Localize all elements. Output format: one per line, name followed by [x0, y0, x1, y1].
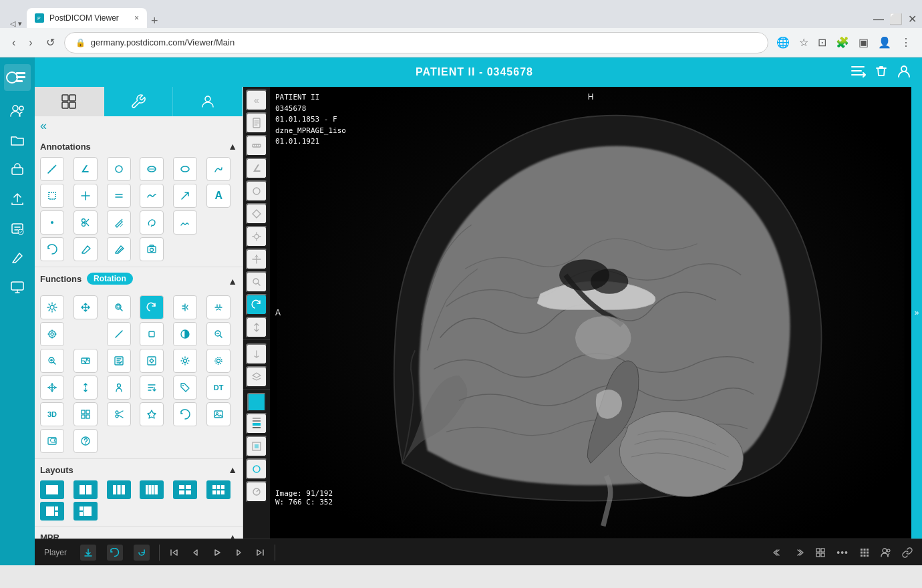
func-flip-h[interactable] [206, 295, 230, 319]
func-dt[interactable]: DT [206, 376, 230, 400]
tool-equals[interactable] [107, 184, 131, 208]
func-select[interactable] [140, 322, 164, 346]
vtb-rotate[interactable] [246, 294, 267, 315]
sidebar-icon-tools[interactable] [4, 156, 31, 183]
tool-pencil-cross[interactable] [107, 210, 131, 235]
vtb-circle[interactable] [246, 180, 267, 202]
rotation-badge[interactable]: Rotation [87, 273, 133, 285]
func-zoom-minus[interactable] [206, 322, 230, 346]
func-zoom-rect[interactable] [107, 295, 131, 319]
tool-ruler[interactable] [40, 157, 64, 181]
func-tag[interactable] [173, 376, 197, 400]
vtb-layers[interactable] [246, 366, 267, 388]
vtb-diamond[interactable] [246, 203, 267, 225]
player-nav-next-btn[interactable] [790, 543, 808, 562]
player-users-btn[interactable] [877, 543, 895, 562]
func-brightness[interactable] [40, 295, 64, 319]
layout-large-right[interactable] [73, 502, 98, 521]
func-flip-v[interactable] [173, 295, 197, 319]
tool-clear[interactable] [107, 237, 131, 261]
vtb-color-teal[interactable] [247, 393, 266, 412]
func-lut[interactable] [73, 349, 98, 373]
tool-scissors[interactable] [73, 210, 98, 235]
sidebar-icon-paint[interactable] [4, 245, 31, 271]
tool-eraser[interactable] [73, 237, 98, 261]
player-layout-btn[interactable] [811, 543, 830, 562]
layout-2x1[interactable] [73, 480, 98, 499]
player-play-btn[interactable] [208, 543, 226, 562]
func-filter1[interactable] [107, 349, 131, 373]
new-tab-btn[interactable]: + [147, 14, 162, 28]
player-more-btn[interactable]: ••• [832, 543, 853, 562]
layout-large-left[interactable] [40, 502, 64, 521]
tool-lasso[interactable] [140, 210, 164, 235]
header-list-btn[interactable] [850, 63, 866, 82]
profile-btn[interactable]: 👤 [875, 33, 894, 51]
tab-close-btn[interactable]: × [134, 13, 139, 23]
player-next-btn[interactable] [229, 543, 248, 562]
vtb-collapse[interactable]: « [246, 90, 267, 111]
func-zoom-plus[interactable] [40, 349, 64, 373]
tool-text-a[interactable]: A [206, 184, 230, 208]
address-bar[interactable]: 🔒 germany.postdicom.com/Viewer/Main [64, 32, 768, 53]
vtb-angle[interactable]: ∠ [246, 158, 267, 179]
player-prev-btn[interactable] [186, 543, 205, 562]
tool-dot[interactable] [40, 210, 64, 235]
bookmark-btn[interactable]: ☆ [796, 33, 811, 51]
mri-viewport[interactable]: PATIENT II 0345678 01.01.1853 - F dzne_M… [270, 87, 911, 539]
vtb-doc[interactable] [246, 112, 267, 134]
vtb-circle3[interactable] [246, 481, 267, 502]
sidebar-btn[interactable]: ▣ [856, 33, 871, 51]
player-download-btn[interactable] [76, 543, 100, 562]
annotations-collapse-btn[interactable]: ▲ [228, 141, 237, 152]
tool-cross[interactable] [73, 184, 98, 208]
player-undo-btn[interactable] [103, 543, 127, 562]
vtb-sun[interactable] [246, 226, 267, 247]
func-settings1[interactable] [173, 349, 197, 373]
vtb-zoom[interactable] [246, 271, 267, 293]
tool-circle[interactable] [107, 157, 131, 181]
func-scissors2[interactable] [107, 402, 131, 426]
layout-3x2[interactable] [206, 480, 230, 499]
tool-snapshot[interactable] [140, 237, 164, 261]
vtb-color-bars[interactable] [246, 413, 267, 434]
func-move-cross[interactable] [40, 376, 64, 400]
func-3d[interactable]: 3D [40, 402, 64, 426]
tool-roi[interactable] [40, 184, 64, 208]
layout-2x2[interactable] [173, 480, 197, 499]
vtb-move[interactable] [246, 249, 267, 270]
translate-btn[interactable]: 🌐 [774, 33, 792, 51]
vtb-arrows-ud[interactable] [246, 317, 267, 338]
sidebar-icon-list[interactable] [4, 215, 31, 242]
player-reload-btn[interactable] [130, 543, 154, 562]
func-contrast[interactable] [173, 322, 197, 346]
tool-undo[interactable] [40, 237, 64, 261]
tool-angle[interactable]: ∠ [73, 157, 98, 181]
header-user-btn[interactable] [897, 63, 911, 82]
func-line[interactable] [107, 322, 131, 346]
extensions-btn[interactable]: 🧩 [833, 33, 852, 51]
layouts-collapse-btn[interactable]: ▲ [228, 464, 237, 475]
func-grid-view[interactable] [73, 402, 98, 426]
tool-wave[interactable] [140, 184, 164, 208]
vtb-grid-box[interactable] [246, 436, 267, 457]
active-tab[interactable]: P PostDICOM Viewer × [27, 8, 147, 28]
func-help[interactable] [73, 429, 98, 453]
player-link-btn[interactable] [898, 543, 917, 562]
player-first-btn[interactable] [165, 543, 184, 562]
vtb-stack-down[interactable] [246, 343, 267, 365]
fullscreen-btn[interactable]: ⊡ [815, 33, 829, 51]
panel-tab-tools[interactable] [104, 87, 174, 116]
func-image[interactable] [206, 402, 230, 426]
func-person[interactable] [107, 376, 131, 400]
func-rotate[interactable] [140, 295, 164, 319]
tool-squiggle[interactable] [173, 210, 197, 235]
layout-1x1[interactable] [40, 480, 64, 499]
back-btn[interactable]: ‹ [8, 34, 19, 51]
functions-collapse-btn[interactable]: ▲ [228, 276, 237, 287]
header-trash-btn[interactable] [874, 63, 889, 82]
right-sidebar-toggle[interactable]: » [911, 87, 922, 539]
panel-tab-user[interactable] [173, 87, 243, 116]
mpr-collapse-btn[interactable]: ▲ [228, 532, 237, 539]
panel-collapse-btn[interactable]: « [40, 119, 47, 133]
